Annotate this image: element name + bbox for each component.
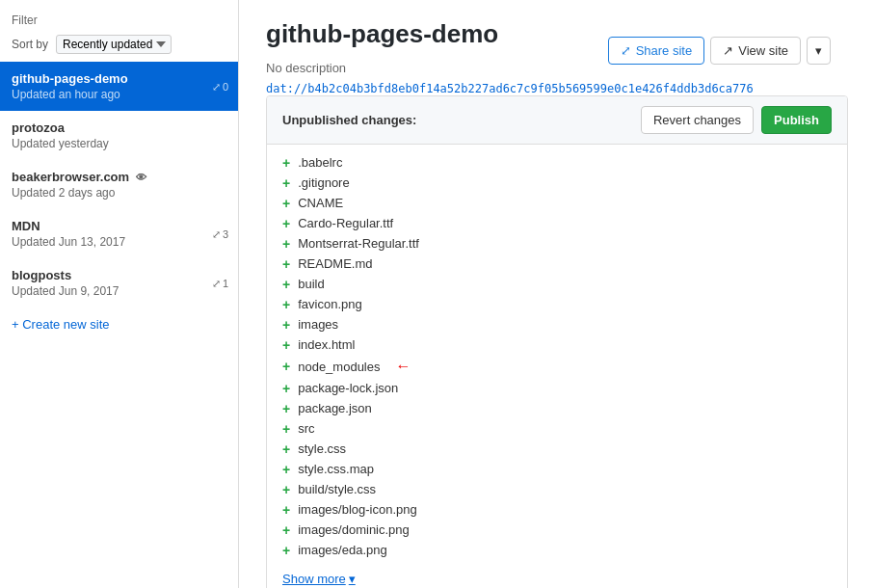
change-item: +.gitignore bbox=[267, 173, 847, 193]
site-item-updated: Updated an hour ago bbox=[12, 88, 226, 101]
plus-icon: + bbox=[282, 483, 290, 496]
change-name: images/blog-icon.png bbox=[298, 502, 417, 517]
change-name: CNAME bbox=[298, 196, 343, 210]
changes-list: +.babelrc+.gitignore+CNAME+Cardo-Regular… bbox=[267, 145, 847, 568]
share-count: 3 bbox=[223, 228, 228, 240]
filter-label: Filter bbox=[0, 8, 238, 31]
external-link-icon: ↗ bbox=[723, 43, 733, 58]
change-name: images/dominic.png bbox=[298, 522, 410, 537]
sidebar-item-blogposts[interactable]: blogpostsUpdated Jun 9, 2017⤢1 bbox=[0, 258, 238, 307]
main-content: github-pages-demo ⤢ Share site ↗ View si… bbox=[239, 0, 875, 588]
changes-title: Unpublished changes: bbox=[282, 113, 416, 127]
plus-icon: + bbox=[282, 197, 290, 210]
arrow-indicator: ← bbox=[395, 358, 411, 375]
share-site-button[interactable]: ⤢ Share site bbox=[608, 37, 705, 65]
change-item: +images/dominic.png bbox=[267, 520, 847, 540]
change-item: +build bbox=[267, 274, 847, 294]
plus-icon: + bbox=[282, 503, 290, 517]
changes-actions: Revert changes Publish bbox=[641, 106, 832, 134]
change-name: images/eda.png bbox=[298, 543, 387, 557]
sidebar-item-mdn[interactable]: MDNUpdated Jun 13, 2017⤢3 bbox=[0, 209, 238, 258]
site-item-name: protozoa bbox=[12, 120, 226, 135]
change-name: package.json bbox=[298, 401, 372, 415]
share-count-icon: ⤢ bbox=[212, 277, 221, 289]
change-item: +package.json bbox=[267, 398, 847, 418]
changes-header: Unpublished changes: Revert changes Publ… bbox=[267, 96, 847, 145]
site-title: github-pages-demo bbox=[266, 19, 498, 49]
change-name: favicon.png bbox=[298, 297, 362, 311]
plus-icon: + bbox=[282, 544, 290, 557]
change-item: +README.md bbox=[267, 254, 847, 274]
show-more-chevron-icon: ▾ bbox=[349, 572, 356, 586]
site-item-updated: Updated Jun 13, 2017 bbox=[12, 235, 226, 249]
change-name: node_modules bbox=[298, 360, 380, 374]
change-item: +.babelrc bbox=[267, 152, 847, 173]
change-item: +node_modules← bbox=[267, 355, 847, 378]
create-new-button[interactable]: + Create new site bbox=[0, 307, 238, 341]
site-hash-link[interactable]: dat://b4b2c04b3bfd8eb0f14a52b227ad6c7c9f… bbox=[266, 82, 754, 95]
change-name: package-lock.json bbox=[298, 381, 398, 395]
share-count: 0 bbox=[223, 81, 228, 93]
top-actions: ⤢ Share site ↗ View site ▾ bbox=[608, 37, 831, 65]
main-wrapper: github-pages-demo ⤢ Share site ↗ View si… bbox=[266, 19, 848, 588]
plus-icon: + bbox=[282, 217, 290, 230]
more-options-button[interactable]: ▾ bbox=[807, 37, 831, 65]
change-name: style.css.map bbox=[298, 462, 374, 476]
change-item: +favicon.png bbox=[267, 294, 847, 314]
site-item-name: blogposts bbox=[12, 268, 226, 282]
plus-icon: + bbox=[282, 298, 290, 311]
change-item: +Cardo-Regular.ttf bbox=[267, 213, 847, 233]
change-name: src bbox=[298, 421, 314, 436]
publish-button[interactable]: Publish bbox=[761, 106, 832, 134]
site-item-name: github-pages-demo bbox=[12, 71, 226, 86]
change-name: Montserrat-Regular.ttf bbox=[298, 236, 419, 251]
sort-select[interactable]: Recently updated Alphabetical Created da… bbox=[56, 35, 172, 54]
change-name: Cardo-Regular.ttf bbox=[298, 216, 393, 230]
changes-box: Unpublished changes: Revert changes Publ… bbox=[266, 95, 848, 588]
chevron-down-icon: ▾ bbox=[815, 43, 822, 58]
change-item: +images/blog-icon.png bbox=[267, 499, 847, 520]
sidebar-item-protozoa[interactable]: protozoaUpdated yesterday bbox=[0, 111, 238, 160]
change-name: .gitignore bbox=[298, 175, 349, 190]
plus-icon: + bbox=[282, 237, 290, 251]
sidebar-item-beakerbrowser-com[interactable]: beakerbrowser.com 👁Updated 2 days ago bbox=[0, 160, 238, 209]
change-item: +style.css bbox=[267, 439, 847, 459]
plus-icon: + bbox=[282, 523, 290, 537]
change-item: +images/eda.png bbox=[267, 540, 847, 560]
change-item: +images bbox=[267, 314, 847, 334]
sidebar-item-github-pages-demo[interactable]: github-pages-demoUpdated an hour ago⤢0 bbox=[0, 62, 238, 111]
site-item-updated: Updated 2 days ago bbox=[12, 186, 226, 200]
plus-icon: + bbox=[282, 176, 290, 190]
plus-icon: + bbox=[282, 442, 290, 456]
title-row: github-pages-demo ⤢ Share site ↗ View si… bbox=[266, 19, 848, 57]
site-item-share: ⤢1 bbox=[212, 277, 228, 289]
change-item: +package-lock.json bbox=[267, 378, 847, 398]
site-list: github-pages-demoUpdated an hour ago⤢0pr… bbox=[0, 62, 238, 307]
sidebar: Filter Sort by Recently updated Alphabet… bbox=[0, 0, 239, 588]
change-item: +style.css.map bbox=[267, 459, 847, 479]
site-item-updated: Updated Jun 9, 2017 bbox=[12, 284, 226, 298]
change-name: build/style.css bbox=[298, 482, 376, 496]
revert-changes-button[interactable]: Revert changes bbox=[641, 106, 754, 134]
eye-icon: 👁 bbox=[133, 172, 146, 183]
sort-row: Sort by Recently updated Alphabetical Cr… bbox=[0, 31, 238, 62]
change-item: +index.html bbox=[267, 334, 847, 355]
sort-label: Sort by bbox=[12, 38, 48, 51]
plus-icon: + bbox=[282, 338, 290, 352]
change-item: +src bbox=[267, 418, 847, 439]
change-name: index.html bbox=[298, 337, 355, 352]
plus-icon: + bbox=[282, 257, 290, 271]
view-site-button[interactable]: ↗ View site bbox=[710, 37, 801, 65]
show-more-section: Show more ▾ bbox=[267, 568, 847, 588]
show-more-link[interactable]: Show more ▾ bbox=[282, 572, 832, 586]
change-name: style.css bbox=[298, 441, 346, 456]
change-item: +build/style.css bbox=[267, 479, 847, 499]
plus-icon: + bbox=[282, 422, 290, 436]
plus-icon: + bbox=[282, 463, 290, 476]
change-name: images bbox=[298, 317, 338, 332]
plus-icon: + bbox=[282, 278, 290, 291]
site-item-name: MDN bbox=[12, 219, 226, 233]
plus-icon: + bbox=[282, 318, 290, 332]
share-count: 1 bbox=[223, 278, 228, 289]
share-count-icon: ⤢ bbox=[212, 80, 221, 93]
